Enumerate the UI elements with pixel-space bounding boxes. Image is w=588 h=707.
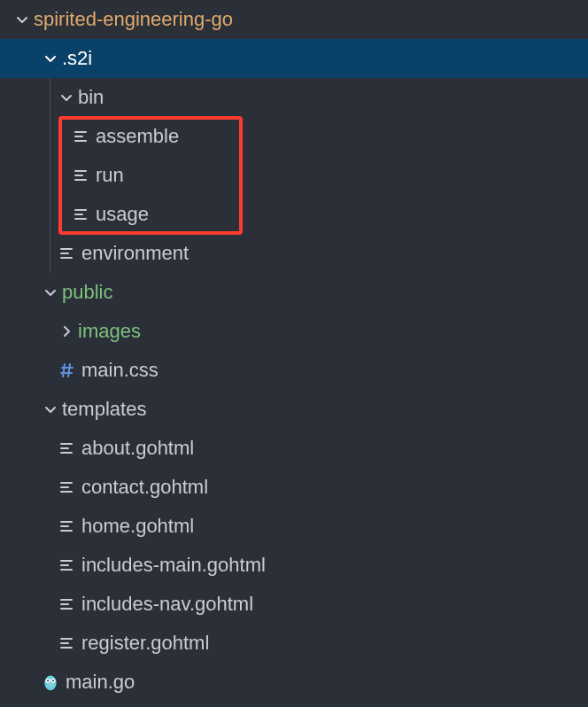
folder-s2i[interactable]: .s2i bbox=[0, 39, 588, 78]
svg-line-14 bbox=[63, 364, 65, 377]
text-file-icon bbox=[69, 167, 92, 184]
indent-guide bbox=[50, 156, 50, 195]
indent-guide bbox=[50, 78, 50, 117]
folder-label: spirited-engineering-go bbox=[34, 8, 233, 31]
file-label: environment bbox=[81, 242, 189, 265]
file-includes-nav-gohtml[interactable]: includes-nav.gohtml bbox=[0, 585, 588, 624]
file-label: includes-main.gohtml bbox=[81, 554, 266, 577]
file-label: main.go bbox=[66, 671, 135, 694]
text-file-icon bbox=[55, 556, 78, 574]
svg-point-39 bbox=[49, 683, 51, 685]
folder-label: templates bbox=[62, 398, 146, 421]
file-label: home.gohtml bbox=[81, 515, 194, 538]
file-run[interactable]: run bbox=[0, 156, 588, 195]
folder-label: public bbox=[62, 281, 112, 304]
folder-templates[interactable]: templates bbox=[0, 390, 588, 429]
folder-label: .s2i bbox=[62, 47, 92, 70]
indent-guide bbox=[50, 117, 50, 156]
chevron-down-icon bbox=[39, 402, 62, 416]
svg-point-37 bbox=[47, 680, 49, 681]
folder-bin[interactable]: bin bbox=[0, 78, 588, 117]
folder-images[interactable]: images bbox=[0, 312, 588, 351]
chevron-down-icon bbox=[39, 285, 62, 299]
file-about-gohtml[interactable]: about.gohtml bbox=[0, 429, 588, 468]
chevron-down-icon bbox=[39, 51, 62, 66]
file-label: usage bbox=[96, 203, 149, 226]
file-label: about.gohtml bbox=[81, 437, 194, 460]
file-tree: spirited-engineering-go .s2i bin assembl… bbox=[0, 0, 588, 702]
file-assemble[interactable]: assemble bbox=[0, 117, 588, 156]
file-main-go[interactable]: main.go bbox=[0, 663, 588, 702]
text-file-icon bbox=[55, 634, 78, 652]
file-contact-gohtml[interactable]: contact.gohtml bbox=[0, 468, 588, 507]
file-register-gohtml[interactable]: register.gohtml bbox=[0, 624, 588, 663]
file-label: main.css bbox=[81, 359, 159, 382]
text-file-icon bbox=[55, 517, 78, 535]
text-file-icon bbox=[55, 478, 78, 496]
folder-public[interactable]: public bbox=[0, 273, 588, 312]
text-file-icon bbox=[55, 595, 78, 613]
file-label: register.gohtml bbox=[81, 632, 209, 655]
folder-root[interactable]: spirited-engineering-go bbox=[0, 0, 588, 39]
indent-guide bbox=[50, 234, 50, 273]
chevron-down-icon bbox=[11, 12, 34, 27]
text-file-icon bbox=[69, 128, 92, 145]
svg-point-34 bbox=[44, 676, 56, 691]
svg-line-15 bbox=[68, 364, 70, 377]
folder-label: images bbox=[78, 320, 141, 343]
text-file-icon bbox=[55, 245, 78, 262]
file-label: contact.gohtml bbox=[81, 476, 208, 499]
file-label: run bbox=[96, 164, 124, 187]
chevron-right-icon bbox=[55, 324, 78, 338]
file-label: assemble bbox=[96, 125, 179, 148]
chevron-down-icon bbox=[55, 90, 78, 105]
file-label: includes-nav.gohtml bbox=[81, 593, 253, 616]
file-usage[interactable]: usage bbox=[0, 195, 588, 234]
file-includes-main-gohtml[interactable]: includes-main.gohtml bbox=[0, 546, 588, 585]
file-main-css[interactable]: main.css bbox=[0, 351, 588, 390]
svg-point-38 bbox=[52, 680, 54, 681]
gopher-icon bbox=[39, 673, 62, 691]
file-environment[interactable]: environment bbox=[0, 234, 588, 273]
hash-icon bbox=[55, 361, 78, 379]
text-file-icon bbox=[69, 206, 92, 223]
file-home-gohtml[interactable]: home.gohtml bbox=[0, 507, 588, 546]
indent-guide bbox=[50, 195, 50, 234]
text-file-icon bbox=[55, 439, 78, 457]
folder-label: bin bbox=[78, 86, 104, 109]
